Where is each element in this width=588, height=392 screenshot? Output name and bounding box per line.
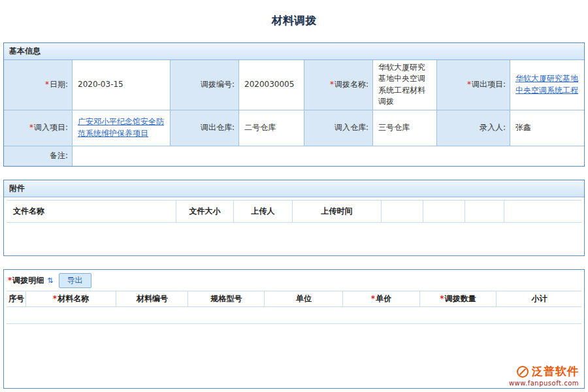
attachments-col-empty-2 <box>423 201 465 223</box>
detail-col-subtotal: 小计 <box>497 291 581 307</box>
transfer-no-value: 2020030005 <box>239 60 304 110</box>
detail-col-unit: 单位 <box>265 291 343 307</box>
attachments-col-empty-1 <box>382 201 423 223</box>
attachments-empty-body <box>7 223 581 253</box>
detail-empty-body <box>4 324 584 388</box>
detail-col-unit-price: *单价 <box>343 291 420 307</box>
required-marker: * <box>29 122 33 133</box>
attachments-col-filesize: 文件大小 <box>176 201 234 223</box>
detail-col-material-code: 材料编号 <box>116 291 188 307</box>
out-project-link[interactable]: 华软大厦研究基地中央空调系统工程 <box>515 73 579 96</box>
sort-icon[interactable]: ⇅ <box>47 276 53 285</box>
required-marker: * <box>467 79 471 90</box>
vendor-watermark: 泛普软件 www.fanpusoft.com <box>509 364 579 387</box>
date-label: * 日期: <box>4 60 73 110</box>
attachments-table: 文件名称 文件大小 上传人 上传时间 <box>7 200 581 253</box>
detail-col-quantity: *调拨数量 <box>420 291 497 307</box>
detail-section-title: *调拨明细 <box>8 275 44 286</box>
date-value: 2020-03-15 <box>73 60 171 110</box>
attachments-col-empty-4 <box>504 201 581 223</box>
attachments-panel: 附件 文件名称 文件大小 上传人 上传时间 <box>3 180 585 256</box>
in-warehouse-value: 三号仓库 <box>373 110 437 146</box>
vendor-brand-text: 泛普软件 <box>532 364 579 379</box>
attachments-section-header: 附件 <box>4 180 584 197</box>
in-project-value: 广安邓小平纪念馆安全防范系统维护保养项目 <box>73 110 171 146</box>
attachments-col-uploader: 上传人 <box>234 201 293 223</box>
remark-label: 备注: <box>4 146 73 166</box>
out-project-value: 华软大厦研究基地中央空调系统工程 <box>510 60 584 110</box>
export-button[interactable]: 导出 <box>59 273 91 288</box>
detail-empty-row <box>7 307 581 324</box>
detail-toolbar: *调拨明细 ⇅ 导出 <box>4 270 584 291</box>
required-marker: * <box>8 276 12 285</box>
required-marker: * <box>45 79 49 90</box>
detail-col-spec-model: 规格型号 <box>188 291 265 307</box>
basic-info-panel: 基本信息 * 日期: 2020-03-15 调拨编号: 2020030005 *… <box>3 42 585 167</box>
out-project-label: * 调出项目: <box>437 60 510 110</box>
vendor-brand-row: 泛普软件 <box>509 364 579 379</box>
compass-icon <box>516 365 529 378</box>
basic-info-grid: * 日期: 2020-03-15 调拨编号: 2020030005 * 调拨名称… <box>4 60 584 166</box>
recorder-label: 录入人: <box>437 110 510 146</box>
out-warehouse-value: 二号仓库 <box>239 110 304 146</box>
basic-info-section-header: 基本信息 <box>4 43 584 60</box>
page: 材料调拨 基本信息 * 日期: 2020-03-15 调拨编号: 2020030… <box>0 0 588 392</box>
detail-panel: *调拨明细 ⇅ 导出 序号 *材料名称 材料编号 规格型号 单位 *单价 <box>3 269 585 389</box>
in-project-link[interactable]: 广安邓小平纪念馆安全防范系统维护保养项目 <box>78 116 165 139</box>
transfer-name-value: 华软大厦研究基地中央空调系统工程材料调拨 <box>373 60 437 110</box>
detail-col-index: 序号 <box>7 291 26 307</box>
attachments-header-row: 文件名称 文件大小 上传人 上传时间 <box>7 200 581 223</box>
transfer-no-label: 调拨编号: <box>171 60 239 110</box>
attachments-col-empty-3 <box>465 201 504 223</box>
remark-value <box>73 146 584 166</box>
detail-col-material-name: *材料名称 <box>26 291 116 307</box>
required-marker: * <box>330 79 334 90</box>
attachments-col-uploadtime: 上传时间 <box>293 201 382 223</box>
attachments-col-filename: 文件名称 <box>7 201 176 223</box>
in-project-label: * 调入项目: <box>4 110 73 146</box>
recorder-value: 张鑫 <box>510 110 584 146</box>
vendor-url: www.fanpusoft.com <box>509 380 579 387</box>
out-warehouse-label: 调出仓库: <box>171 110 239 146</box>
detail-header-row: 序号 *材料名称 材料编号 规格型号 单位 *单价 *调拨数量 小计 <box>7 291 581 307</box>
in-warehouse-label: 调入仓库: <box>304 110 373 146</box>
transfer-name-label: * 调拨名称: <box>304 60 373 110</box>
page-title: 材料调拨 <box>0 0 588 42</box>
